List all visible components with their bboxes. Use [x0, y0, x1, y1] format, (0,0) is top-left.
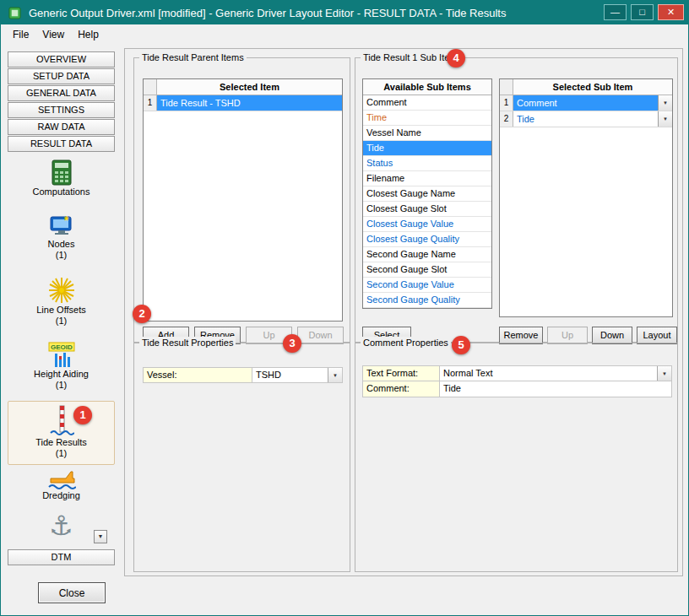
svg-text:*: *: [64, 213, 69, 227]
parent-item-cell[interactable]: Tide Result - TSHD: [157, 95, 342, 111]
dtm-label[interactable]: DTM: [8, 549, 115, 565]
selected-item-table: Selected Item 1 Tide Result - TSHD: [143, 78, 343, 322]
tool-count: (1): [8, 380, 115, 391]
tool-label: Nodes: [8, 239, 115, 250]
maximize-button[interactable]: □: [631, 4, 654, 20]
available-sub-items-list: Available Sub Items Comment Time Vessel …: [362, 78, 492, 309]
available-sub-item[interactable]: Comment: [363, 95, 491, 111]
row-number-header: [144, 79, 157, 95]
available-sub-item[interactable]: Tide: [363, 141, 491, 156]
group-comment-properties: Comment Properties Text Format: Normal T…: [355, 343, 678, 572]
sidebar-item-height-aiding[interactable]: GEOID Height Aiding (1): [8, 342, 115, 391]
sidebar-nav: OVERVIEW SETUP DATA GENERAL DATA SETTING…: [8, 51, 115, 153]
available-sub-item[interactable]: Closest Gauge Value: [363, 217, 491, 232]
nav-result-data[interactable]: RESULT DATA: [8, 136, 115, 152]
available-sub-item[interactable]: Second Gauge Quality: [363, 293, 491, 308]
available-sub-item[interactable]: Closest Gauge Quality: [363, 232, 491, 247]
menu-file[interactable]: File: [6, 26, 35, 43]
table-row[interactable]: 1 Tide Result - TSHD: [144, 95, 342, 111]
annotation-badge-4: 4: [447, 49, 465, 68]
nav-general-data[interactable]: GENERAL DATA: [8, 85, 115, 101]
tool-label: Dredging: [8, 490, 115, 501]
minimize-button[interactable]: —: [604, 4, 627, 20]
text-format-label: Text Format:: [362, 365, 440, 381]
sidebar-item-tide-results[interactable]: Tide Results (1): [8, 401, 115, 465]
dtm-scroll-down-button[interactable]: [94, 530, 107, 543]
table-row[interactable]: 1 Comment: [500, 95, 672, 111]
remove-sub-button[interactable]: Remove: [499, 327, 543, 344]
down-button: Down: [297, 327, 344, 344]
group-parent-items-title: Tide Result Parent Items: [139, 51, 247, 63]
text-format-dropdown[interactable]: Normal Text: [440, 365, 672, 381]
selected-sub-item-table: Selected Sub Item 1 Comment 2 Tide: [499, 78, 673, 317]
table-row[interactable]: 2 Tide: [500, 111, 672, 127]
sidebar-item-dredging[interactable]: Dredging: [8, 465, 115, 501]
dropdown-arrow-icon[interactable]: [657, 366, 671, 381]
vessel-label: Vessel:: [143, 367, 252, 383]
vessel-value: TSHD: [252, 368, 328, 382]
selected-item-header: Selected Item: [157, 79, 342, 95]
available-sub-item[interactable]: Vessel Name: [363, 126, 491, 141]
computations-icon: [8, 159, 115, 186]
available-sub-item[interactable]: Status: [363, 156, 491, 171]
tool-count: (1): [8, 250, 115, 261]
close-button[interactable]: Close: [38, 582, 106, 603]
available-sub-item[interactable]: Second Gauge Value: [363, 278, 491, 293]
vessel-property-row: Vessel: TSHD: [143, 367, 343, 383]
layout-button[interactable]: Layout: [637, 327, 677, 344]
available-sub-item[interactable]: Second Gauge Name: [363, 247, 491, 262]
nav-overview[interactable]: OVERVIEW: [8, 51, 115, 68]
up-sub-button: Up: [547, 327, 588, 344]
row-number: 2: [500, 111, 513, 127]
menu-help[interactable]: Help: [71, 26, 106, 43]
vessel-dropdown[interactable]: TSHD: [252, 367, 343, 383]
nav-settings[interactable]: SETTINGS: [8, 102, 115, 118]
tool-label: Line Offsets: [8, 305, 115, 316]
nav-setup-data[interactable]: SETUP DATA: [8, 68, 115, 84]
selected-sub-item-cell[interactable]: Comment: [513, 95, 658, 111]
menu-view[interactable]: View: [35, 26, 71, 43]
available-sub-item[interactable]: Closest Gauge Name: [363, 186, 491, 202]
row-number: 1: [144, 95, 157, 111]
dredging-icon: [8, 465, 115, 490]
selected-sub-item-cell[interactable]: Tide: [513, 111, 658, 127]
tool-count: (1): [8, 448, 114, 459]
tool-label: Tide Results: [8, 437, 114, 448]
group-parent-items: Tide Result Parent Items Selected Item 1…: [133, 57, 350, 343]
row-number: 1: [500, 95, 513, 111]
app-window: Generic Output Driver.xml [modified] - G…: [0, 0, 689, 616]
dropdown-arrow-icon[interactable]: [658, 95, 672, 111]
down-sub-button[interactable]: Down: [592, 327, 632, 344]
selected-sub-item-header-row: Selected Sub Item: [500, 79, 672, 95]
group-result-properties-title: Tide Result Properties: [139, 337, 236, 349]
app-icon: [8, 7, 21, 19]
comment-field[interactable]: Tide: [440, 381, 672, 397]
height-aiding-icon: GEOID: [8, 342, 115, 369]
annotation-badge-1: 1: [73, 406, 92, 424]
svg-text:GEOID: GEOID: [51, 343, 73, 351]
text-format-value: Normal Text: [440, 366, 657, 381]
available-sub-item[interactable]: Closest Gauge Slot: [363, 202, 491, 217]
available-sub-item[interactable]: Filename: [363, 171, 491, 186]
annotation-badge-5: 5: [452, 336, 470, 354]
close-window-button[interactable]: ✕: [658, 4, 684, 20]
comment-label: Comment:: [362, 381, 440, 397]
tool-count: (1): [8, 316, 115, 327]
annotation-badge-2: 2: [133, 305, 151, 323]
sidebar-item-line-offsets[interactable]: Line Offsets (1): [8, 276, 115, 327]
annotation-badge-3: 3: [283, 334, 301, 353]
sidebar-item-computations[interactable]: Computations: [8, 159, 115, 197]
available-sub-item[interactable]: Time: [363, 111, 491, 126]
available-sub-item[interactable]: Second Gauge Slot: [363, 262, 491, 278]
dropdown-arrow-icon[interactable]: [658, 111, 672, 127]
window-controls: — □ ✕: [604, 4, 684, 20]
sub-items-buttons: Remove Up Down Layout: [499, 327, 677, 344]
group-comment-properties-title: Comment Properties: [361, 337, 451, 349]
sidebar-item-nodes[interactable]: * Nodes (1): [8, 213, 115, 261]
nav-raw-data[interactable]: RAW DATA: [8, 119, 115, 135]
line-offsets-icon: [8, 276, 115, 305]
group-result-properties: Tide Result Properties Vessel: TSHD: [133, 343, 350, 572]
dropdown-arrow-icon[interactable]: [328, 368, 342, 382]
tide-results-icon: [8, 405, 114, 437]
row-number-header: [500, 79, 513, 95]
